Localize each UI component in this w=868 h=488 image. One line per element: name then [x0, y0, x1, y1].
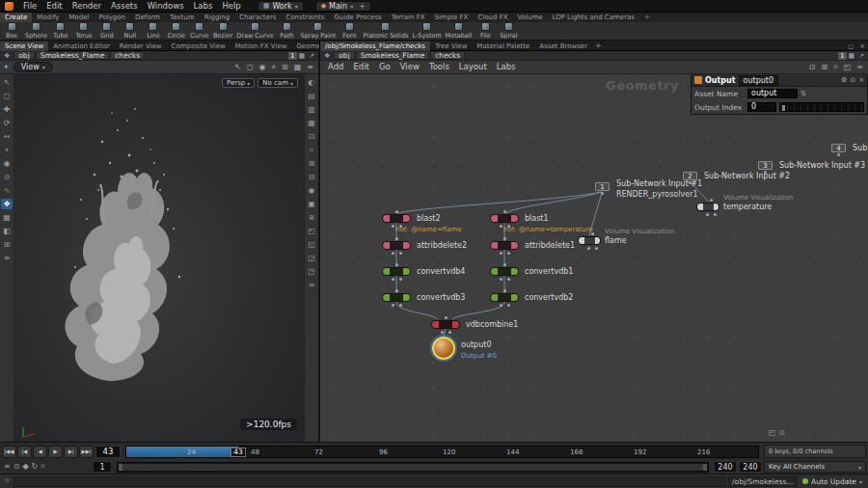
- go-end-button[interactable]: ▶▶|: [79, 446, 94, 458]
- pin-network-icon[interactable]: ⊙: [778, 428, 785, 437]
- shelf-tool[interactable]: Null: [119, 22, 142, 40]
- node-blast1[interactable]: [490, 214, 519, 223]
- cameras-toggle-icon[interactable]: ▣: [306, 199, 317, 209]
- desktop-selector[interactable]: ▦ Work ▾: [258, 1, 304, 12]
- node-vdbcombine1[interactable]: [431, 320, 460, 329]
- slider-handle[interactable]: [782, 105, 785, 111]
- shelf-tool[interactable]: Sphere: [23, 22, 49, 40]
- current-frame-field[interactable]: 43: [95, 446, 121, 458]
- wireframe-icon[interactable]: ▤: [306, 91, 317, 101]
- node-temperature[interactable]: [696, 203, 719, 211]
- shelf-tab[interactable]: Texture: [165, 13, 200, 22]
- menu-item[interactable]: Help: [217, 0, 245, 13]
- set-key-icon[interactable]: ◆: [22, 462, 28, 472]
- menu-item[interactable]: Edit: [348, 61, 373, 73]
- playback-controls-icon[interactable]: ≡: [4, 462, 11, 472]
- network-menu-icon[interactable]: ≡: [854, 63, 865, 71]
- range-start-field[interactable]: 1: [93, 461, 112, 473]
- pose-tool-icon[interactable]: ◉: [1, 158, 13, 169]
- breadcrumb-item[interactable]: Smokeless_Flame: [36, 51, 110, 60]
- breadcrumb-item[interactable]: obj: [14, 51, 34, 60]
- breadcrumb-item[interactable]: checks: [110, 51, 145, 60]
- pane-maximize-icon[interactable]: ◻: [845, 41, 856, 51]
- menu-item[interactable]: Labs: [189, 0, 218, 13]
- breadcrumb-item[interactable]: checks: [430, 51, 465, 60]
- scale-tool-icon[interactable]: ↔: [1, 131, 13, 142]
- multisnap-icon[interactable]: ▦: [292, 63, 304, 71]
- menu-item[interactable]: File: [18, 0, 41, 13]
- shelf-tool[interactable]: Line: [142, 22, 165, 40]
- shelf-tab[interactable]: Constraints: [281, 13, 329, 22]
- menu-item[interactable]: Go: [374, 61, 395, 73]
- pane-tab[interactable]: Asset Browser: [534, 41, 592, 51]
- camera-selector[interactable]: No cam ▾: [258, 78, 298, 88]
- shelf-tab[interactable]: Guide Process: [329, 13, 386, 22]
- grid-snap-icon[interactable]: ⊞: [280, 63, 290, 71]
- timeline[interactable]: 24 48 72 96 120 144 168 192 216 43: [125, 446, 759, 458]
- add-scene-icon[interactable]: +: [359, 2, 366, 11]
- breadcrumb-item[interactable]: obj: [334, 51, 354, 60]
- pin-icon[interactable]: ❖: [322, 51, 332, 61]
- grid-view-icon[interactable]: ▦: [847, 51, 857, 61]
- shelf-tool[interactable]: Spiral: [497, 22, 520, 40]
- menu-item[interactable]: Add: [323, 61, 348, 73]
- step-back-button[interactable]: ◀: [33, 446, 47, 458]
- pane-tab[interactable]: Animation Editor: [48, 41, 115, 51]
- menu-item[interactable]: View: [395, 61, 424, 73]
- toolbar-menu-icon[interactable]: ≡: [305, 63, 315, 71]
- scope-channels-icon[interactable]: ⌗: [41, 462, 45, 472]
- projection-selector[interactable]: Persp ▾: [222, 78, 255, 88]
- menu-item[interactable]: Assets: [106, 0, 143, 13]
- shelf-tab[interactable]: Modify: [32, 13, 64, 22]
- shelf-tool[interactable]: Draw Curve: [234, 22, 275, 40]
- pane-tab[interactable]: Motion FX View: [231, 41, 292, 51]
- loop-mode-icon[interactable]: ↻: [32, 462, 39, 472]
- shelf-tool[interactable]: L-System: [410, 22, 443, 40]
- scene-selector[interactable]: ◆ Main ▾ +: [315, 1, 371, 12]
- viewport-options-icon[interactable]: ≡: [1, 253, 13, 263]
- network-canvas[interactable]: Geometry 1 Sub-Network Input #1 RENDER_p…: [320, 74, 868, 442]
- prev-key-button[interactable]: |◀: [17, 446, 32, 458]
- display-options-icon[interactable]: ≡: [306, 280, 317, 290]
- isolate-icon[interactable]: ▦: [1, 212, 13, 223]
- pin-icon[interactable]: ⊙: [850, 76, 855, 84]
- curve-tool-icon[interactable]: ∿: [1, 185, 13, 196]
- background-toggle-icon[interactable]: ◰: [306, 226, 317, 236]
- fog-toggle-icon[interactable]: ≋: [306, 212, 317, 223]
- close-icon[interactable]: ×: [858, 76, 864, 84]
- shelf-tool[interactable]: Torus: [72, 22, 95, 40]
- pane-tab[interactable]: Geometry Spreadsheet: [291, 41, 320, 51]
- pane-tab[interactable]: Scene View: [0, 41, 48, 51]
- update-mode-selector[interactable]: Auto Update ▾: [800, 477, 865, 486]
- range-bar[interactable]: [119, 464, 707, 471]
- visibility-icon[interactable]: ◧: [1, 226, 13, 236]
- realtime-toggle-icon[interactable]: ⊙: [14, 462, 20, 472]
- step-forward-button[interactable]: ▶|: [64, 446, 78, 458]
- node-output0[interactable]: [432, 337, 455, 360]
- subnet-input-4[interactable]: 4: [831, 144, 846, 152]
- shelf-tab[interactable]: Cloud FX: [473, 13, 512, 22]
- menu-item[interactable]: Tools: [424, 61, 454, 73]
- go-start-button[interactable]: |◀◀: [2, 446, 16, 458]
- normals-display-icon[interactable]: ⌗: [306, 145, 317, 155]
- shelf-tab[interactable]: Model: [64, 13, 94, 22]
- pane-tab[interactable]: Tree View: [430, 41, 472, 51]
- expand-icon[interactable]: ↗: [856, 51, 866, 61]
- gizmos-toggle-icon[interactable]: ⊟: [306, 172, 317, 182]
- flat-shaded-icon[interactable]: ▥: [306, 104, 317, 115]
- rotate-tool-icon[interactable]: ⟳: [1, 118, 13, 128]
- node-convertvdb1[interactable]: [490, 267, 519, 276]
- shelf-tool[interactable]: File: [474, 22, 497, 40]
- status-options-icon[interactable]: ⌗: [3, 476, 12, 486]
- shelf-tab[interactable]: Deform: [130, 13, 165, 22]
- node-attribdelete2[interactable]: [382, 241, 411, 250]
- menu-item[interactable]: Windows: [143, 0, 189, 13]
- grid-view-icon[interactable]: ▦: [297, 51, 308, 61]
- shelf-tab[interactable]: Simple FX: [429, 13, 473, 22]
- lights-toggle-icon[interactable]: ◉: [306, 185, 317, 196]
- breadcrumb-item[interactable]: Smokeless_Flame: [356, 51, 430, 60]
- shelf-tool[interactable]: Bezier: [211, 22, 234, 40]
- global-end-field[interactable]: 240: [739, 461, 762, 473]
- range-end-field[interactable]: 240: [714, 461, 737, 473]
- expand-icon[interactable]: ↗: [307, 51, 316, 61]
